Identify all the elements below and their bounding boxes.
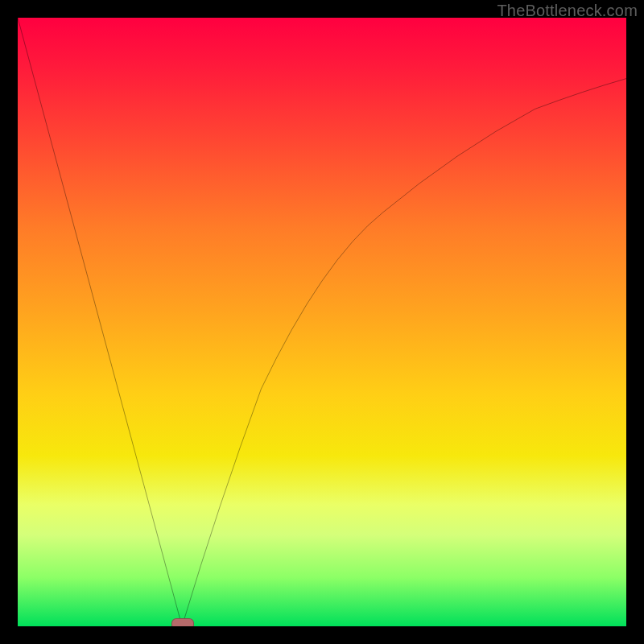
curve-left-limb: [18, 18, 182, 626]
plot-area: [18, 18, 626, 626]
attribution-text: TheBottleneck.com: [497, 2, 638, 20]
chart-frame: TheBottleneck.com: [0, 0, 644, 644]
curve-right-limb: [182, 79, 626, 626]
bottleneck-curve: [18, 18, 626, 626]
optimal-point-marker: [171, 618, 194, 626]
